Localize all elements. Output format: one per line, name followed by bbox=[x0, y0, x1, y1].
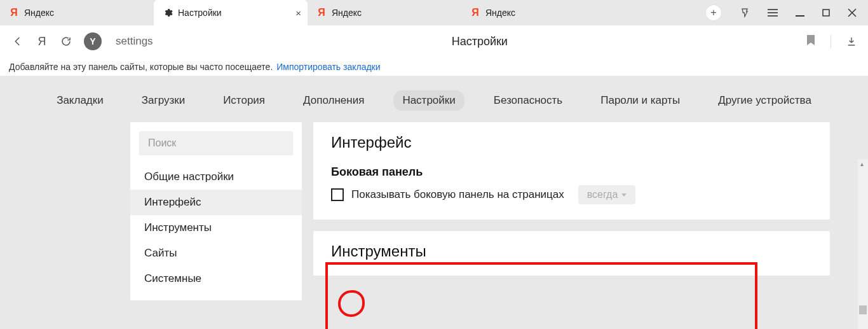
minimize-icon[interactable] bbox=[796, 8, 804, 17]
tab-active[interactable]: Настройки × bbox=[154, 0, 308, 25]
tab[interactable]: Я Яндекс bbox=[461, 0, 615, 25]
sidebar-item[interactable]: Системные bbox=[130, 266, 302, 291]
topnav-item[interactable]: Другие устройства bbox=[709, 90, 820, 111]
tab[interactable]: Я Яндекс bbox=[0, 0, 154, 25]
menu-icon[interactable] bbox=[768, 8, 778, 17]
toolbar: Я Y settings Настройки bbox=[0, 25, 868, 57]
panel-heading: Инструменты bbox=[331, 242, 812, 260]
checkbox-show-side-panel[interactable] bbox=[331, 188, 344, 201]
tab-title: Яндекс bbox=[24, 8, 54, 18]
setting-row: Показывать боковую панель на страницах в… bbox=[331, 185, 812, 204]
svg-rect-2 bbox=[768, 15, 778, 17]
tab-title: Яндекс bbox=[332, 8, 362, 18]
extensions-icon[interactable] bbox=[740, 8, 750, 18]
page-title: Настройки bbox=[165, 35, 795, 48]
window-close-icon[interactable] bbox=[848, 8, 857, 17]
tab[interactable]: Я Яндекс bbox=[308, 0, 461, 25]
topnav-item[interactable]: Безопасность bbox=[485, 90, 571, 111]
sidebar-item[interactable]: Сайты bbox=[130, 241, 302, 266]
new-tab-button[interactable]: + bbox=[705, 4, 722, 21]
yandex-icon: Я bbox=[9, 8, 19, 18]
topnav-item[interactable]: Закладки bbox=[48, 90, 112, 111]
tab-title: Яндекс bbox=[485, 8, 515, 18]
settings-sidebar: Поиск Общие настройки Интерфейс Инструме… bbox=[130, 122, 302, 300]
checkbox-label: Показывать боковую панель на страницах bbox=[351, 188, 564, 201]
import-bookmarks-link[interactable]: Импортировать закладки bbox=[276, 62, 380, 72]
tab-title: Настройки bbox=[178, 8, 222, 18]
sidebar-item-active[interactable]: Интерфейс bbox=[130, 190, 302, 215]
scroll-up-icon[interactable]: ▴ bbox=[860, 160, 864, 167]
settings-main: Интерфейс Боковая панель Показывать боко… bbox=[313, 122, 830, 300]
topnav-item[interactable]: Пароли и карты bbox=[592, 90, 689, 111]
panel-heading: Интерфейс bbox=[331, 134, 812, 151]
topnav-item[interactable]: История bbox=[214, 90, 274, 111]
yandex-icon: Я bbox=[316, 8, 327, 18]
yandex-icon: Я bbox=[470, 8, 480, 18]
section-title: Боковая панель bbox=[331, 165, 812, 179]
bookmark-bar: Добавляйте на эту панель сайты, которые … bbox=[0, 57, 868, 76]
topnav-item[interactable]: Дополнения bbox=[294, 90, 373, 111]
tab-strip: Я Яндекс Настройки × Я Яндекс Я Яндекс + bbox=[0, 0, 868, 25]
svg-rect-1 bbox=[768, 12, 778, 13]
panel-interface: Интерфейс Боковая панель Показывать боко… bbox=[313, 122, 830, 220]
address-text[interactable]: settings bbox=[116, 35, 153, 48]
svg-rect-4 bbox=[823, 10, 829, 16]
svg-rect-3 bbox=[796, 15, 804, 17]
back-button[interactable] bbox=[11, 35, 24, 48]
sidebar-item[interactable]: Общие настройки bbox=[130, 164, 302, 190]
panel-tools: Инструменты bbox=[313, 231, 830, 276]
scrollbar-thumb[interactable] bbox=[859, 305, 867, 314]
settings-topnav: Закладки Загрузки История Дополнения Нас… bbox=[0, 76, 868, 122]
sidebar-search[interactable]: Поиск bbox=[139, 131, 293, 155]
gear-icon bbox=[163, 8, 173, 18]
scrollbar[interactable]: ▴ bbox=[858, 159, 868, 329]
topnav-item[interactable]: Загрузки bbox=[133, 90, 194, 111]
close-icon[interactable]: × bbox=[295, 8, 301, 18]
page-content: Закладки Загрузки История Дополнения Нас… bbox=[0, 76, 868, 329]
bookmark-icon[interactable] bbox=[806, 34, 815, 48]
section-side-panel: Боковая панель Показывать боковую панель… bbox=[331, 165, 812, 204]
toolbar-right bbox=[806, 34, 857, 48]
yandex-home-icon[interactable]: Я bbox=[36, 35, 48, 48]
bookbar-message: Добавляйте на эту панель сайты, которые … bbox=[9, 62, 273, 72]
sidebar-item[interactable]: Инструменты bbox=[130, 215, 302, 241]
site-badge[interactable]: Y bbox=[84, 32, 102, 50]
divider bbox=[831, 35, 831, 48]
settings-content: Поиск Общие настройки Интерфейс Инструме… bbox=[0, 122, 868, 300]
maximize-icon[interactable] bbox=[822, 9, 830, 17]
svg-rect-0 bbox=[768, 9, 778, 10]
tab-controls: + bbox=[699, 4, 868, 21]
dropdown-side-panel-mode[interactable]: всегда bbox=[578, 185, 636, 204]
download-icon[interactable] bbox=[846, 36, 857, 46]
reload-button[interactable] bbox=[60, 35, 72, 48]
topnav-item-active[interactable]: Настройки bbox=[393, 90, 464, 111]
